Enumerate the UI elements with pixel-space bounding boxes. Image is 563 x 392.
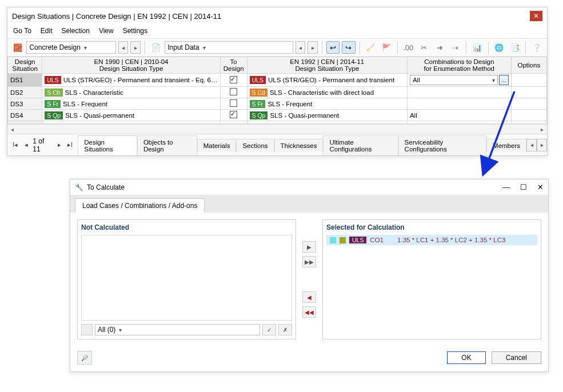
en1992-cell[interactable]: S QpSLS - Quasi-permanent: [247, 110, 407, 121]
to-design-checkbox[interactable]: [230, 111, 237, 118]
tab-loadcases[interactable]: Load Cases / Combinations / Add-ons: [75, 198, 205, 213]
combinations-cell[interactable]: All▾…: [407, 74, 511, 87]
minimize-icon[interactable]: —: [502, 183, 510, 191]
tab-design-situations[interactable]: Design Situations: [78, 135, 137, 155]
to-design-checkbox[interactable]: [230, 88, 237, 95]
inputdata-combo[interactable]: Input Data ▾: [165, 41, 293, 54]
combinations-combo[interactable]: All▾: [410, 75, 498, 85]
move-right-button[interactable]: ▶: [302, 241, 316, 253]
scroll-right-icon[interactable]: ▸: [537, 126, 547, 133]
tab-materials[interactable]: Materials: [197, 139, 237, 152]
tab-serviceability-configurations[interactable]: Serviceability Configurations: [398, 135, 486, 155]
details-button[interactable]: 🔎: [77, 351, 92, 365]
filter-combo[interactable]: All (0) ▾: [95, 324, 260, 335]
en1990-cell[interactable]: S QpSLS - Quasi-permanent: [42, 110, 221, 121]
options-cell[interactable]: [511, 110, 546, 121]
ok-button[interactable]: OK: [447, 351, 485, 364]
table-row[interactable]: DS2 S ChSLS - Characteristic S CdSLS - C…: [8, 87, 547, 98]
en1990-cell[interactable]: S FrSLS - Frequent: [42, 98, 221, 110]
export-excel-icon[interactable]: 📊: [470, 41, 484, 54]
to-design-cell[interactable]: [220, 98, 247, 110]
menu-selection[interactable]: Selection: [62, 27, 90, 35]
options-cell[interactable]: [511, 98, 546, 110]
first-page-button[interactable]: I◂: [11, 141, 19, 149]
en1990-cell[interactable]: ULSULS (STR/GEO) - Permanent and transie…: [42, 74, 221, 87]
input-data-icon[interactable]: 📄: [149, 41, 162, 54]
row-id[interactable]: DS4: [8, 110, 42, 121]
arrow-right-icon[interactable]: ➜: [433, 41, 446, 54]
design-module-icon[interactable]: 🧱: [11, 41, 24, 54]
combinations-cell[interactable]: All: [407, 110, 511, 121]
col-to-design[interactable]: ToDesign: [220, 57, 247, 74]
scroll-left-icon[interactable]: ◂: [7, 126, 17, 133]
flag-icon[interactable]: 🚩: [380, 41, 393, 54]
tab-thicknesses[interactable]: Thicknesses: [274, 139, 324, 152]
combinations-cell[interactable]: [407, 98, 511, 110]
next-page-button[interactable]: ▸: [55, 141, 63, 149]
properties-icon[interactable]: 📑: [508, 41, 521, 54]
move-all-left-button[interactable]: ◀◀: [302, 306, 316, 318]
en1990-cell[interactable]: S ChSLS - Characteristic: [42, 87, 221, 98]
module-combo[interactable]: Concrete Design ▾: [26, 41, 115, 54]
close-icon[interactable]: ✕: [537, 183, 544, 191]
menu-edit[interactable]: Edit: [41, 27, 53, 35]
en1992-cell[interactable]: S FrSLS - Frequent: [247, 98, 407, 110]
not-calculated-list[interactable]: [81, 235, 292, 321]
filter-icon[interactable]: 🧹: [364, 41, 377, 54]
selected-row[interactable]: ULS CO1 1.35 * LC1 + 1.35 * LC2 + 1.35 *…: [326, 235, 537, 245]
tab-members[interactable]: Members: [486, 139, 526, 152]
cancel-button[interactable]: Cancel: [492, 351, 541, 364]
last-page-button[interactable]: ▸I: [66, 141, 74, 149]
to-design-cell[interactable]: [220, 87, 247, 98]
table-row[interactable]: DS3 S FrSLS - Frequent S FrSLS - Frequen…: [8, 98, 547, 110]
en1992-cell[interactable]: ULSULS (STR/GEO) - Permanent and transie…: [247, 74, 407, 87]
to-design-cell[interactable]: [220, 110, 247, 121]
menu-settings[interactable]: Settings: [123, 27, 147, 35]
to-design-checkbox[interactable]: [230, 76, 237, 83]
tabs-scroll-left[interactable]: ◂: [526, 139, 537, 151]
globe-icon[interactable]: 🌐: [493, 41, 506, 54]
options-cell[interactable]: [511, 74, 546, 87]
module-prev-button[interactable]: ◂: [118, 41, 129, 54]
to-design-cell[interactable]: [220, 74, 247, 87]
decimals-icon[interactable]: .00: [401, 41, 414, 54]
row-id[interactable]: DS1: [8, 74, 42, 87]
cut-icon[interactable]: ✂: [417, 41, 430, 54]
maximize-icon[interactable]: ☐: [520, 183, 527, 191]
move-all-right-button[interactable]: ▶▶: [302, 256, 316, 267]
prev-page-button[interactable]: ◂: [22, 141, 30, 149]
tabs-scroll-right[interactable]: ▸: [537, 139, 547, 151]
tab-ultimate-configurations[interactable]: Ultimate Configurations: [323, 135, 398, 155]
tab-objects-to-design[interactable]: Objects to Design: [137, 135, 197, 155]
col-combinations[interactable]: Combinations to Designfor Enumeration Me…: [407, 57, 511, 74]
filter-color-swatch[interactable]: [81, 324, 93, 335]
col-design-situation[interactable]: DesignSituation: [8, 57, 42, 74]
combinations-browse-button[interactable]: …: [499, 75, 508, 85]
input-next-button[interactable]: ▸: [308, 41, 318, 54]
check-all-button[interactable]: ✓: [262, 324, 276, 335]
menu-goto[interactable]: Go To: [13, 27, 31, 35]
row-id[interactable]: DS2: [8, 87, 42, 98]
col-options[interactable]: Options: [511, 57, 546, 74]
en1992-cell[interactable]: S CdSLS - Characteristic with direct loa…: [247, 87, 407, 98]
select-forward-icon[interactable]: ↪: [342, 41, 355, 54]
input-prev-button[interactable]: ◂: [296, 41, 306, 54]
table-row[interactable]: DS1 ULSULS (STR/GEO) - Permanent and tra…: [8, 74, 547, 87]
uncheck-all-button[interactable]: ✗: [278, 324, 292, 335]
row-id[interactable]: DS3: [8, 98, 42, 110]
tab-sections[interactable]: Sections: [236, 139, 274, 152]
module-next-button[interactable]: ▸: [130, 41, 141, 54]
table-row[interactable]: DS4 S QpSLS - Quasi-permanent S QpSLS - …: [8, 110, 547, 121]
col-en1990-type[interactable]: EN 1990 | CEN | 2010-04Design Situation …: [42, 57, 221, 74]
options-cell[interactable]: [511, 87, 546, 98]
combinations-cell[interactable]: [407, 87, 511, 98]
help-icon[interactable]: ❔: [530, 41, 543, 54]
menu-view[interactable]: View: [99, 27, 114, 35]
close-icon[interactable]: ✕: [530, 11, 542, 21]
horizontal-scrollbar[interactable]: ◂ ▸: [7, 124, 547, 134]
col-en1992-type[interactable]: EN 1992 | CEN | 2014-11Design Situation …: [247, 57, 407, 74]
select-back-icon[interactable]: ↩: [326, 41, 340, 54]
move-left-button[interactable]: ◀: [302, 291, 316, 303]
arrow-right-dash-icon[interactable]: ⇢: [449, 41, 462, 54]
to-design-checkbox[interactable]: [230, 99, 237, 107]
